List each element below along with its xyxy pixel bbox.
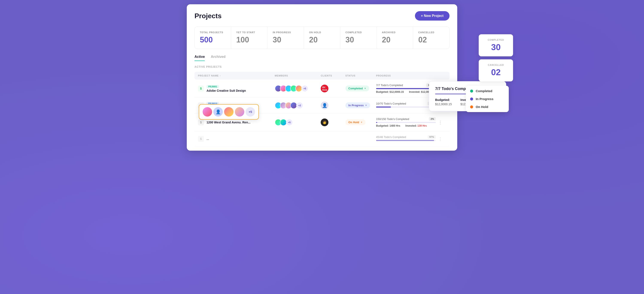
avatar-count-1: +5 — [302, 85, 308, 92]
table-row: $ PRJ0010 Building +2 👤 — [194, 98, 450, 113]
avatar-count-3: +5 — [286, 119, 293, 126]
avatar-stack-1 — [275, 85, 300, 92]
dollar-icon-4: $ — [198, 136, 204, 142]
client-cell-2: 👤 — [321, 102, 345, 109]
stat-ip-value: 30 — [273, 35, 298, 44]
tab-active[interactable]: Active — [194, 55, 205, 61]
stat-arch-value: 20 — [382, 35, 408, 44]
pct-badge-4: 97% — [428, 135, 436, 139]
members-cell-1: +5 — [275, 85, 321, 92]
todos-text-2: 10/70 Todo's Completed — [376, 102, 406, 105]
legend-onhold-label: On Hold — [476, 105, 488, 109]
more-options-button-3[interactable]: ⋮ — [438, 119, 444, 125]
completed-stat-value: 30 — [484, 42, 508, 52]
popup-budgeted-value: $12,0000.15 — [435, 102, 452, 106]
status-badge-3[interactable]: On Hold ▼ — [346, 119, 366, 125]
cancelled-stat-value: 02 — [484, 67, 508, 77]
status-cell-3: On Hold ▼ — [346, 119, 376, 125]
stat-oh-value: 20 — [309, 35, 335, 44]
avatar-stack-2 — [275, 102, 296, 109]
dollar-icon-1: $ — [198, 86, 204, 92]
stat-completed: COMPLETED 30 — [340, 27, 377, 49]
legend-completed: Completed — [470, 89, 504, 93]
progress-cell-4: 45/46 Todo's Completed 97% — [376, 135, 438, 142]
active-projects-section: ACTIVE PROJECTS PROJECT NAME ↑ MEMBERS C… — [194, 65, 450, 151]
todos-text-4: 45/46 Todo's Completed — [376, 136, 406, 139]
members-cell-3: +5 — [275, 119, 321, 126]
legend-inprogress: In Progress — [470, 97, 504, 101]
stat-archived: ARCHIVED 20 — [377, 27, 413, 49]
project-tag-1: PRJ0001 — [206, 85, 219, 88]
avatar — [296, 85, 302, 92]
stat-total-label: TOTAL PROJECTS — [200, 31, 226, 34]
hover-count: +5 — [246, 107, 255, 117]
progress-cell-1: 7/7 Todo's Completed 100% Budgeted: $12,… — [376, 83, 438, 93]
stats-row: TOTAL PROJECTS 500 YET TO START 100 IN P… — [194, 26, 450, 49]
tab-archived[interactable]: Archived — [211, 55, 226, 61]
chevron-down-icon: ▼ — [364, 87, 366, 90]
chevron-down-icon: ▼ — [360, 121, 362, 124]
active-projects-label: ACTIVE PROJECTS — [194, 65, 450, 68]
avatar-stack-3 — [275, 119, 285, 126]
stat-yts-value: 100 — [236, 35, 262, 44]
stat-yts-label: YET TO START — [236, 31, 262, 34]
stat-on-hold: ON HOLD 20 — [304, 27, 340, 49]
progress-track-4 — [376, 140, 436, 141]
project-name-1: Adobe Creative Suit Design — [206, 89, 246, 92]
legend-inprogress-label: In Progress — [476, 97, 494, 101]
todos-text-3: 150/150 Todo's Completed — [376, 118, 409, 121]
progress-track-2 — [376, 107, 436, 108]
th-progress: PROGRESS — [376, 74, 438, 77]
status-cell-1: Completed ▼ — [346, 86, 376, 91]
members-hover-popup: 👤 +5 — [199, 104, 259, 120]
header-row: Projects + New Project — [194, 11, 450, 20]
project-name-cell-3: $ 1200 West Grand Avenu. Ren... — [198, 119, 275, 125]
budget-row-3: Budgeted: 1400 Hrs Invested: 139 Hrs — [376, 124, 436, 127]
hover-avatar — [203, 107, 212, 117]
project-name-3: 1200 West Grand Avenu. Ren... — [206, 121, 250, 124]
inprogress-dot — [470, 98, 473, 101]
stat-canc-value: 02 — [418, 35, 444, 44]
th-project-name: PROJECT NAME ↑ — [198, 74, 275, 77]
progress-cell-3: 150/150 Todo's Completed 2% Budgeted: 14… — [376, 117, 438, 127]
progress-fill-3 — [376, 122, 378, 123]
client-logo-2: 👤 — [321, 102, 328, 109]
status-badge-2[interactable]: In Progress ▼ — [346, 102, 370, 108]
new-project-button[interactable]: + New Project — [415, 11, 450, 20]
progress-track-3 — [376, 122, 436, 123]
status-legend: Completed In Progress On Hold — [466, 86, 509, 112]
more-options-button-4[interactable]: ⋮ — [438, 136, 444, 142]
budget-row-1: Budgeted: $12,0000.15 Invested: $12,0000… — [376, 90, 436, 93]
members-cell-2: +2 — [275, 102, 321, 109]
project-name-cell-1: $ PRJ0001 Adobe Creative Suit Design — [198, 84, 275, 92]
stat-cancelled: CANCELLED 02 — [413, 27, 449, 49]
legend-onhold: On Hold — [470, 105, 504, 109]
progress-cell-2: 10/70 Todo's Completed 25% — [376, 102, 438, 109]
stat-canc-label: CANCELLED — [418, 31, 444, 34]
stat-comp-value: 30 — [346, 35, 371, 44]
cancelled-stat-label: CANCELLED — [484, 64, 508, 66]
hover-avatar — [224, 107, 234, 117]
chevron-down-icon: ▼ — [365, 104, 367, 107]
status-cell-2: In Progress ▼ — [346, 102, 376, 108]
tabs-row: Active Archived — [194, 55, 450, 61]
stat-yet-to-start: YET TO START 100 — [231, 27, 268, 49]
table-row: $ ... 45/46 Todo's Completed 97% — [194, 131, 450, 146]
project-name-cell-4: $ ... — [198, 136, 275, 142]
cancelled-stat-card: CANCELLED 02 — [479, 59, 513, 81]
table-row: $ PRJ0001 Adobe Creative Suit Design +5 — [194, 80, 450, 98]
hover-avatar: 👤 — [214, 107, 223, 117]
dollar-icon-3: $ — [198, 119, 204, 125]
th-members: MEMBERS — [275, 74, 321, 77]
popup-budgeted-label: Budgeted: — [435, 98, 452, 102]
project-name-4: ... — [206, 137, 209, 141]
th-status: STATUS — [346, 74, 376, 77]
stat-total: TOTAL PROJECTS 500 — [195, 27, 231, 49]
legend-completed-label: Completed — [476, 89, 492, 93]
client-cell-3: 🧑 — [321, 119, 345, 126]
completed-dot — [470, 90, 473, 93]
hover-avatar — [235, 107, 244, 117]
status-badge-1[interactable]: Completed ▼ — [346, 86, 369, 91]
stat-ip-label: IN PROGRESS — [273, 31, 298, 34]
client-logo-3: 🧑 — [321, 119, 328, 126]
